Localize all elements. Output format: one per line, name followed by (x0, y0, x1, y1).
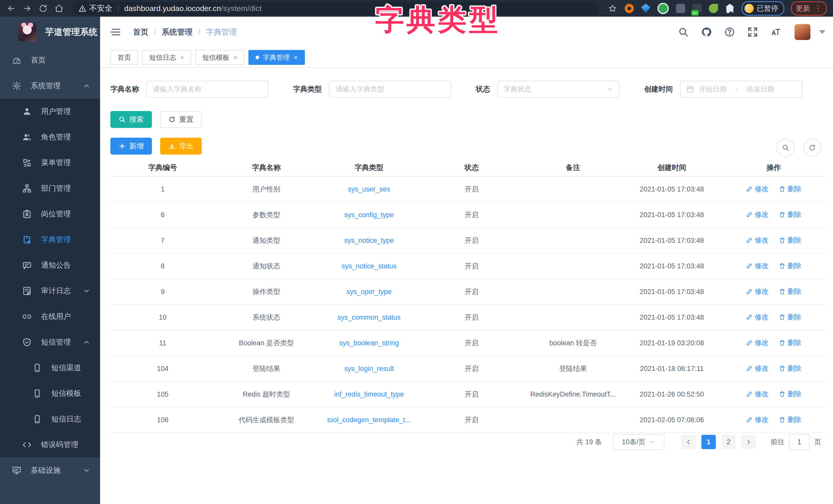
page-button-2[interactable]: 2 (721, 435, 736, 449)
close-icon[interactable]: × (233, 54, 237, 61)
sidebar-item-sms-mgmt[interactable]: 短信管理 (0, 329, 100, 355)
delete-button[interactable]: 删除 (779, 287, 802, 296)
sidebar-item-dept-mgmt[interactable]: 部门管理 (0, 176, 100, 201)
search-button[interactable]: 搜索 (110, 111, 152, 128)
profile-paused-pill[interactable]: 已暂停 (742, 1, 784, 16)
extension-on-icon[interactable] (692, 4, 701, 13)
end-date-placeholder[interactable]: 结束日期 (746, 84, 774, 94)
dict-type-link[interactable]: sys_notice_type (344, 236, 394, 244)
edit-button[interactable]: 修改 (746, 287, 768, 296)
sidebar-item-infrastructure[interactable]: 基础设施 (0, 458, 100, 483)
extension-icon[interactable] (676, 4, 685, 13)
dict-type-link[interactable]: sys_user_sex (348, 185, 390, 193)
tab-sms-log[interactable]: 短信日志 × (142, 50, 191, 65)
prev-page-button[interactable] (681, 435, 696, 449)
sidebar-item-home[interactable]: 首页 (0, 47, 100, 73)
edit-button[interactable]: 修改 (746, 235, 768, 245)
delete-button[interactable]: 删除 (779, 261, 802, 271)
user-avatar[interactable] (794, 24, 810, 40)
sidebar-item-notice[interactable]: 通知公告 (0, 253, 100, 278)
sidebar-item-user-mgmt[interactable]: 用户管理 (0, 99, 100, 124)
edit-button[interactable]: 修改 (746, 415, 768, 424)
sidebar-item-audit-log[interactable]: 审计日志 (0, 278, 100, 304)
security-label[interactable]: 不安全 (89, 3, 112, 14)
edit-button[interactable]: 修改 (746, 389, 768, 399)
delete-button[interactable]: 删除 (779, 235, 802, 245)
caret-down-icon[interactable] (819, 30, 825, 34)
export-button[interactable]: 导出 (160, 138, 202, 155)
delete-button[interactable]: 删除 (779, 415, 802, 424)
dict-type-input[interactable] (329, 81, 451, 98)
date-range-picker[interactable]: 开始日期 - 结束日期 (680, 81, 802, 98)
sidebar-item-online-users[interactable]: 在线用户 (0, 304, 100, 329)
search-icon[interactable] (678, 27, 689, 37)
delete-button[interactable]: 删除 (779, 184, 802, 194)
fullscreen-icon[interactable] (747, 27, 758, 37)
dict-type-link[interactable]: sys_notice_status (341, 262, 397, 270)
extension-icon[interactable] (625, 4, 634, 13)
app-logo-row[interactable]: 芋道管理系统 (0, 17, 100, 47)
delete-button[interactable]: 删除 (779, 364, 802, 373)
dict-type-link[interactable]: sys_config_type (344, 211, 394, 219)
update-button[interactable]: 更新 ⋮ (791, 1, 827, 16)
sidebar-item-sms-log[interactable]: 短信日志 (0, 406, 100, 432)
bookmark-star-icon[interactable] (608, 4, 617, 13)
dict-type-link[interactable]: sys_common_status (337, 313, 401, 321)
sidebar-item-sms-template[interactable]: 短信模板 (0, 381, 100, 406)
hide-search-button[interactable] (777, 139, 794, 157)
close-icon[interactable]: × (180, 54, 184, 61)
sidebar-item-post-mgmt[interactable]: 岗位管理 (0, 201, 100, 227)
edit-button[interactable]: 修改 (746, 364, 768, 373)
breadcrumb-home[interactable]: 首页 (133, 27, 148, 37)
address-bar[interactable]: 不安全 dashboard.yudao.iocoder.cn/system/di… (71, 2, 599, 15)
dict-type-link[interactable]: sys_login_result (344, 365, 394, 373)
edit-button[interactable]: 修改 (746, 184, 768, 194)
dict-type-link[interactable]: sys_boolean_string (339, 339, 399, 347)
edit-button[interactable]: 修改 (746, 338, 768, 347)
help-icon[interactable] (724, 27, 735, 37)
start-date-placeholder[interactable]: 开始日期 (699, 84, 727, 94)
extension-icon[interactable] (725, 4, 735, 13)
edit-button[interactable]: 修改 (746, 261, 768, 271)
next-page-button[interactable] (741, 435, 756, 449)
goto-page-input[interactable] (789, 434, 810, 450)
reload-icon[interactable] (39, 4, 48, 13)
page-size-select[interactable]: 10条/页 (613, 434, 664, 450)
delete-button[interactable]: 删除 (779, 210, 802, 219)
delete-button[interactable]: 删除 (779, 338, 802, 347)
sidebar-item-role-mgmt[interactable]: 角色管理 (0, 124, 100, 150)
sidebar-item-sms-channel[interactable]: 短信渠道 (0, 355, 100, 381)
back-icon[interactable] (7, 4, 16, 13)
status-select[interactable]: 字典状态 (497, 81, 619, 98)
forward-icon[interactable] (23, 4, 32, 13)
edit-button[interactable]: 修改 (746, 210, 768, 219)
delete-button[interactable]: 删除 (779, 312, 802, 322)
page-button-1[interactable]: 1 (701, 435, 716, 449)
collapse-sidebar-icon[interactable] (110, 26, 122, 38)
menu-kebab-icon[interactable]: ⋮ (814, 7, 822, 10)
delete-button[interactable]: 删除 (779, 389, 802, 399)
sidebar-item-menu-mgmt[interactable]: 菜单管理 (0, 150, 100, 176)
sidebar-item-system-mgmt[interactable]: 系统管理 (0, 73, 100, 99)
dict-name-input[interactable] (146, 81, 268, 98)
close-icon[interactable]: × (293, 54, 298, 61)
extension-icon[interactable] (641, 4, 650, 13)
sidebar-item-error-code[interactable]: 错误码管理 (0, 432, 100, 458)
extension-icon[interactable] (658, 3, 669, 14)
dict-type-link[interactable]: sys_oper_type (347, 288, 391, 296)
url-text[interactable]: dashboard.yudao.iocoder.cn/system/dict (124, 4, 262, 13)
reset-button[interactable]: 重置 (160, 111, 202, 128)
tab-sms-template[interactable]: 短信模板 × (195, 50, 244, 65)
font-size-icon[interactable] (770, 27, 781, 37)
github-icon[interactable] (701, 27, 712, 37)
home-icon[interactable] (54, 4, 64, 13)
breadcrumb-system[interactable]: 系统管理 (162, 27, 192, 37)
sidebar-item-dict-mgmt[interactable]: 字典管理 (0, 227, 100, 253)
dict-type-link[interactable]: inf_redis_timeout_type (334, 390, 404, 398)
tab-home[interactable]: 首页 (110, 50, 138, 65)
refresh-table-button[interactable] (803, 139, 821, 157)
edit-button[interactable]: 修改 (746, 312, 768, 322)
tab-dict-mgmt[interactable]: 字典管理 × (248, 50, 305, 65)
dict-type-link[interactable]: tool_codegen_template_t... (327, 416, 411, 424)
add-button[interactable]: 新增 (110, 138, 152, 155)
